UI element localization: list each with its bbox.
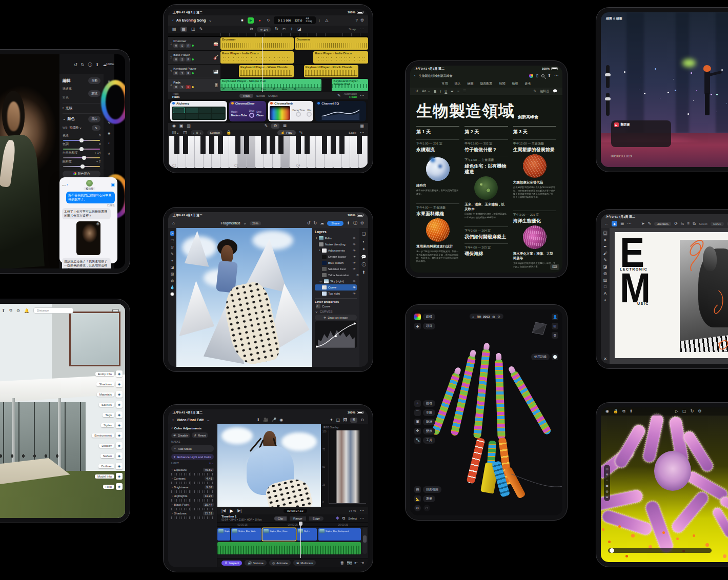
more-icon[interactable]: ⋯	[360, 94, 364, 98]
piano-black-key[interactable]	[183, 136, 188, 154]
back-icon[interactable]: ‹	[172, 418, 174, 422]
export-icon[interactable]: ⬆	[347, 221, 350, 225]
zoom-level[interactable]: 74 %	[349, 509, 356, 512]
layer-row[interactable]: ⌄Sky (right)👁	[315, 278, 357, 284]
lock-icon[interactable]: 🔒	[226, 131, 231, 135]
share-button[interactable]: Share	[327, 221, 343, 226]
scale-button[interactable]: Scale	[349, 131, 356, 134]
browse-button[interactable]: 瀏覽	[88, 90, 100, 97]
open-icon[interactable]: ⧉	[9, 308, 12, 313]
clip[interactable]: Skyline_Blue_Wide	[231, 528, 261, 541]
tint-slider[interactable]	[63, 149, 100, 150]
brush-tool-icon[interactable]: ✎	[171, 252, 174, 256]
orientation-cube[interactable]	[534, 323, 545, 334]
region[interactable]: Drummer	[295, 37, 368, 50]
drive-knob[interactable]	[249, 113, 254, 118]
track-row-drummer[interactable]: 1 Drummer M S R 🥁 Drummer Drummer	[168, 37, 368, 51]
select-tool-icon[interactable]: ➤	[603, 238, 607, 242]
skip-forward-icon[interactable]: ▶|	[237, 509, 241, 513]
piano-black-key[interactable]	[209, 136, 214, 154]
layer-row[interactable]: Saturation boost👁	[315, 266, 357, 272]
media-icon[interactable]: 🖼	[343, 418, 347, 422]
collapse-icon[interactable]: ⊖	[498, 315, 500, 318]
live-drawing-icon[interactable]: ◉	[279, 418, 283, 422]
section-view-button[interactable]: 剖面視圖	[423, 486, 441, 493]
slider-value[interactable]: 15.31	[203, 511, 214, 515]
region[interactable]: Keyboard Player · Warm Chords	[239, 65, 294, 77]
editor-label[interactable]: 編輯器	[540, 89, 549, 94]
select-menu[interactable]: Select	[348, 517, 357, 520]
multicam-button[interactable]: ⊞ Multicam	[293, 560, 316, 566]
panel-label-tags[interactable]: Tags	[103, 413, 114, 417]
keyboard-mode-icon[interactable]: ▤⌄	[172, 131, 179, 135]
clip-selected[interactable]: Skyline_Blue_Close	[262, 528, 295, 541]
panel-button-icon[interactable]: ◈	[116, 411, 123, 418]
flipbook-panel[interactable]: ▶ 翻頁書	[611, 120, 672, 147]
brush-tool-icon[interactable]: 🖌	[603, 252, 608, 256]
underline-icon[interactable]: U	[444, 90, 447, 93]
play-icon[interactable]: ▶	[230, 509, 233, 513]
ribbon-tab[interactable]: 繪圖	[465, 81, 476, 87]
slider-track[interactable]	[171, 490, 214, 493]
slider-track[interactable]	[171, 516, 214, 519]
panel-button-icon[interactable]: ◈	[116, 483, 123, 490]
redo-icon[interactable]: ↻	[81, 63, 85, 67]
snapshot-icon[interactable]: 📷	[347, 561, 352, 565]
video-call-icon[interactable]: ▣	[111, 183, 115, 187]
piano-black-key[interactable]	[244, 136, 249, 154]
modeling-button[interactable]: 建模	[423, 314, 435, 320]
panel-label-environment[interactable]: Environment	[92, 433, 114, 438]
decay-knob[interactable]	[296, 112, 301, 117]
transform-tool-icon[interactable]: ⬚	[171, 239, 174, 242]
boolean-icon[interactable]: ⧉	[693, 222, 696, 226]
mute-button[interactable]: M	[173, 85, 178, 89]
preset-pad[interactable]	[173, 108, 185, 114]
panel-label-materials[interactable]: Materials	[97, 392, 114, 397]
share-icon[interactable]: ⬆	[548, 74, 551, 78]
wb-value[interactable]: 拍攝時	[70, 126, 79, 130]
color-section[interactable]: 顏色	[68, 116, 75, 121]
close-icon[interactable]: ✕	[96, 222, 99, 225]
move-tool-icon[interactable]: ➤	[170, 231, 174, 236]
back-icon[interactable]: ‹	[172, 18, 174, 23]
fade-icon[interactable]: ⊹	[290, 27, 294, 31]
auto-button[interactable]: 自動	[88, 77, 100, 84]
mic-icon[interactable]: 🎤	[271, 418, 276, 422]
region[interactable]: Keyboard Player · Block Chords	[304, 65, 359, 77]
ribbon-tab[interactable]: 版面配置	[478, 81, 495, 87]
more-icon[interactable]: ⋯	[360, 131, 364, 135]
select-tool-icon[interactable]: ➤	[641, 222, 645, 226]
message-photo-attachment[interactable]: ✕	[76, 221, 100, 255]
slider-value[interactable]: 4.41	[205, 477, 214, 481]
clone-tool-icon[interactable]: ⌖	[171, 259, 173, 262]
piano-black-key[interactable]	[218, 136, 223, 154]
clip[interactable]: Skyline_Blue_Background	[318, 528, 361, 541]
stop-button[interactable]: ■	[239, 17, 245, 24]
panel-button-icon[interactable]: ◈	[116, 401, 123, 408]
copy-icon[interactable]: ⧉	[250, 27, 253, 31]
mode-range[interactable]: Range	[290, 516, 306, 521]
panel-label-soften[interactable]: Soften	[100, 454, 114, 458]
tool-label[interactable]: 工具	[423, 437, 435, 444]
camera-icon[interactable]: 🎥	[263, 418, 268, 422]
wet-knob[interactable]	[307, 112, 312, 117]
plugin-chromaglow[interactable]: ChromaGlow ModelModern Tube Drive StyleC…	[229, 101, 267, 121]
visibility-icon[interactable]: 👁	[353, 267, 356, 271]
visibility-icon[interactable]: 👁	[353, 249, 356, 252]
gradient-tool-icon[interactable]: ▨	[603, 278, 608, 282]
visibility-icon[interactable]: 👁	[353, 280, 356, 283]
solo-button[interactable]: S	[179, 44, 185, 48]
visibility-icon[interactable]: 👁	[353, 237, 356, 240]
panel-label-model-info[interactable]: Model Info	[95, 474, 114, 479]
isolate-icon[interactable]: ⊘	[414, 505, 421, 511]
brush-opacity-slider[interactable]	[606, 93, 610, 116]
select-button[interactable]: Select	[699, 222, 707, 225]
bold-icon[interactable]: B	[434, 90, 436, 93]
layers-icon[interactable]: ❏	[362, 232, 366, 236]
info-icon[interactable]: ⓘ	[88, 63, 92, 67]
preset-pad[interactable]	[186, 108, 198, 114]
frame-icon[interactable]: ▢	[682, 409, 686, 413]
minimize-icon[interactable]: ⊖	[360, 418, 364, 422]
layer-row[interactable]: Sweater_booster👁	[315, 254, 357, 260]
list-icon[interactable]: ☰	[463, 89, 466, 93]
